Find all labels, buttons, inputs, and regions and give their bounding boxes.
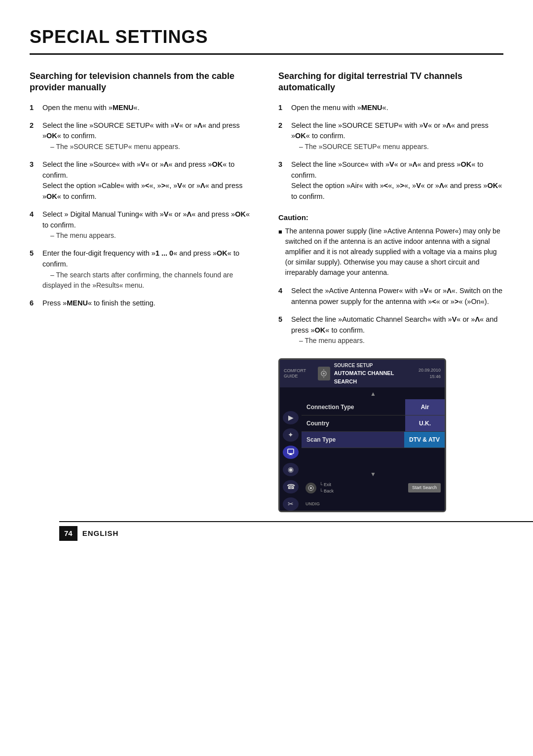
footer-page-number: 74 (59, 526, 77, 541)
tv-main-content: ▲ Connection Type Air Country U.K. Scan … (302, 387, 445, 511)
left-step-3: Select the line »Source« with »V« or »Λ«… (30, 159, 255, 202)
right-step-5: Select the line »Automatic Channel Searc… (278, 314, 503, 346)
left-step-2-text: Select the line »SOURCE SETUP« with »V« … (42, 120, 255, 152)
page-footer: 74 ENGLISH (59, 521, 533, 541)
tv-bottom-bar: └ Exit └ Back Start Search (302, 480, 445, 496)
right-section-title: Searching for digital terrestrial TV cha… (278, 71, 503, 94)
svg-rect-4 (288, 449, 294, 454)
tv-remote-bottom: └ Exit └ Back (305, 482, 334, 494)
tv-chevron-down: ▼ (302, 468, 445, 480)
caution-text-1: ■ The antenna power supply (line »Active… (278, 226, 503, 278)
right-step-4: Select the »Active Antenna Power« with »… (278, 286, 503, 307)
left-step-4-text: Select » Digital Manual Tuning« with »V«… (42, 209, 255, 241)
left-steps-list: Open the menu with »MENU«. Select the li… (30, 103, 255, 309)
page-title: SPECIAL SETTINGS (30, 24, 503, 55)
tv-connection-label: Connection Type (302, 399, 405, 415)
tv-sidebar-tools: ✂ (283, 497, 299, 511)
tv-sidebar-eye: ◉ (283, 463, 299, 476)
caution-title: Caution: (278, 212, 503, 224)
caution-block: Caution: ■ The antenna power supply (lin… (278, 212, 503, 278)
tv-undig-label: UNDIG (305, 501, 320, 506)
tv-country-value: U.K. (405, 416, 445, 431)
svg-rect-6 (289, 454, 293, 455)
left-section: Searching for television channels from t… (30, 71, 255, 319)
tv-menu-row-country: Country U.K. (302, 416, 445, 432)
tv-sidebar-star: ✦ (283, 428, 299, 442)
auto-channel-label: AUTOMATIC CHANNEL SEARCH (334, 369, 410, 385)
left-step-1-text: Open the menu with »MENU«. (42, 103, 255, 113)
tv-scan-value: DTV & ATV (404, 432, 445, 448)
tv-sidebar-source (283, 446, 299, 459)
right-step-3: Select the line »Source« with »V« or »Λ«… (278, 159, 503, 202)
svg-point-1 (323, 373, 325, 375)
tv-screen-wrap: COMFORT GUIDE SOURCE SETUP (278, 358, 503, 512)
right-step-2: Select the line »SOURCE SETUP« with »V« … (278, 120, 503, 152)
comfort-guide-label: COMFORT GUIDE (284, 368, 318, 379)
tv-spacer (302, 448, 445, 468)
left-step-4: Select » Digital Manual Tuning« with »V«… (30, 209, 255, 241)
tv-start-search-btn: Start Search (408, 483, 441, 493)
left-step-6-text: Press »MENU« to finish the setting. (42, 298, 255, 309)
tv-sidebar-headphone: ☎ (283, 480, 299, 493)
left-step-1: Open the menu with »MENU«. (30, 103, 255, 113)
right-section: Searching for digital terrestrial TV cha… (278, 71, 503, 512)
right-steps-list: Open the menu with »MENU«. Select the li… (278, 103, 503, 202)
tv-country-label: Country (302, 416, 405, 431)
tv-scan-label: Scan Type (302, 432, 404, 448)
left-step-3-text: Select the line »Source« with »V« or »Λ«… (42, 159, 255, 202)
tv-sidebar: ▶ ✦ ◉ ☎ ✂ (280, 408, 302, 511)
tv-remote-circle (305, 483, 316, 493)
tv-top-bar: COMFORT GUIDE SOURCE SETUP (280, 360, 445, 387)
tv-chevron-up: ▲ (302, 387, 445, 399)
left-section-title: Searching for television channels from t… (30, 71, 255, 94)
tv-sidebar-play: ▶ (283, 411, 299, 424)
bullet-icon: ■ (278, 227, 282, 278)
tv-undig-bar: UNDIG (302, 496, 445, 511)
tv-datetime: 20.09.2010 15:46 (410, 367, 441, 380)
tv-screen: COMFORT GUIDE SOURCE SETUP (278, 358, 446, 512)
svg-point-8 (310, 487, 312, 489)
antenna-icon (318, 367, 330, 380)
tv-connection-value: Air (405, 399, 445, 415)
source-setup-label: SOURCE SETUP (334, 362, 410, 369)
left-step-6: Press »MENU« to finish the setting. (30, 298, 255, 309)
tv-exit-back-labels: └ Exit └ Back (319, 482, 334, 494)
right-steps-list-2: Select the »Active Antenna Power« with »… (278, 286, 503, 346)
left-step-2: Select the line »SOURCE SETUP« with »V« … (30, 120, 255, 152)
left-step-5: Enter the four-digit frequency with »1 .… (30, 248, 255, 291)
footer-language: ENGLISH (82, 528, 119, 539)
left-step-5-text: Enter the four-digit frequency with »1 .… (42, 248, 255, 291)
tv-menu-row-connection: Connection Type Air (302, 399, 445, 416)
tv-body: ▶ ✦ ◉ ☎ ✂ (280, 387, 445, 511)
right-step-1: Open the menu with »MENU«. (278, 103, 503, 113)
tv-menu-row-scan: Scan Type DTV & ATV (302, 432, 445, 448)
svg-rect-5 (290, 454, 292, 454)
